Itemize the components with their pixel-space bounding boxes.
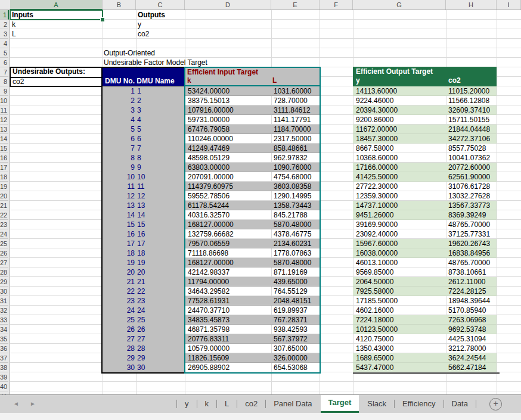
dmu-name-cell[interactable]: 27	[137, 334, 145, 344]
L-target-cell[interactable]: 5870.48000	[274, 220, 311, 229]
row-header-23[interactable]: 23	[0, 220, 8, 229]
row-header-29[interactable]: 29	[0, 277, 8, 287]
row-header-6[interactable]: 6	[0, 58, 8, 67]
row-header-17[interactable]: 17	[0, 163, 8, 172]
y-target-cell[interactable]: 16038.00000	[356, 248, 398, 258]
dmu-no-cell[interactable]: 4	[103, 115, 135, 125]
row-header-39[interactable]: 39	[0, 372, 8, 382]
row-header-15[interactable]: 15	[0, 144, 8, 153]
y-target-cell[interactable]: 9569.85000	[356, 267, 393, 277]
L-target-cell[interactable]: 1031.60000	[274, 86, 311, 96]
dmu-no-cell[interactable]: 30	[103, 363, 135, 372]
row-header-18[interactable]: 18	[0, 172, 8, 182]
co2-target-cell[interactable]: 5662.47184	[448, 363, 486, 372]
L-target-cell[interactable]: 307.65000	[274, 344, 308, 353]
k-target-cell[interactable]: 77528.61931	[188, 296, 230, 306]
y-target-cell[interactable]: 12359.30000	[356, 191, 398, 201]
row-header-37[interactable]: 37	[0, 353, 8, 363]
L-target-cell[interactable]: 3603.08358	[274, 182, 311, 191]
L-target-cell[interactable]: 2317.50000	[274, 134, 311, 144]
L-target-cell[interactable]: 871.19169	[274, 267, 308, 277]
row-header-34[interactable]: 34	[0, 325, 8, 334]
dmu-no-cell[interactable]: 24	[103, 306, 135, 315]
sheet-tab-efficiency[interactable]: Efficiency	[395, 395, 443, 413]
dmu-name-cell[interactable]: 26	[137, 325, 145, 334]
row-header-40[interactable]: 40	[0, 382, 8, 391]
y-target-cell[interactable]: 1689.65000	[356, 353, 393, 363]
input-col-L-header[interactable]: L	[272, 76, 277, 85]
co2-target-cell[interactable]: 3212.78000	[448, 344, 486, 353]
dmu-no-cell[interactable]: 3	[103, 105, 135, 115]
dmu-name-cell[interactable]: 6	[137, 134, 141, 144]
dmu-no-cell[interactable]: 23	[103, 296, 135, 306]
k-target-cell[interactable]: 114379.60975	[188, 182, 233, 191]
cell-inputs-title[interactable]: Inputs	[12, 10, 33, 20]
y-target-cell[interactable]: 7224.18000	[356, 315, 393, 325]
y-target-cell[interactable]: 15967.60000	[356, 239, 398, 248]
dmu-no-cell[interactable]: 7	[103, 144, 135, 153]
dmu-no-cell[interactable]: 10	[103, 172, 135, 182]
y-target-cell[interactable]: 9200.86000	[356, 115, 393, 125]
k-target-cell[interactable]: 46871.35798	[188, 325, 230, 334]
prev-sheet-icon[interactable]: ◄	[13, 395, 19, 413]
dmu-no-cell[interactable]: 2	[103, 96, 135, 105]
y-target-cell[interactable]: 10123.50000	[356, 325, 398, 334]
row-header-7[interactable]: 7	[0, 67, 8, 77]
y-target-cell[interactable]: 17166.00000	[356, 163, 398, 172]
L-target-cell[interactable]: 1184.70000	[274, 125, 311, 134]
dmu-no-cell[interactable]: 25	[103, 315, 135, 325]
row-header-31[interactable]: 31	[0, 296, 8, 306]
row-header-16[interactable]: 16	[0, 153, 8, 163]
co2-target-cell[interactable]: 8369.39249	[448, 210, 486, 220]
column-header-G[interactable]: G	[353, 0, 446, 10]
y-target-cell[interactable]: 9224.46000	[356, 96, 393, 105]
row-header-12[interactable]: 12	[0, 115, 8, 125]
co2-target-cell[interactable]: 16838.84956	[448, 248, 490, 258]
dmu-no-cell[interactable]: 11	[103, 182, 135, 191]
co2-target-cell[interactable]: 37125.77331	[448, 229, 490, 239]
dmu-name-cell[interactable]: 3	[137, 105, 141, 115]
dmu-no-cell[interactable]: 27	[103, 334, 135, 344]
row-header-5[interactable]: 5	[0, 48, 8, 58]
dmu-name-cell[interactable]: 29	[137, 353, 145, 363]
y-target-cell[interactable]: 9451.26000	[356, 210, 393, 220]
column-header-A[interactable]: A	[10, 0, 103, 10]
co2-target-cell[interactable]: 2612.11000	[448, 277, 486, 287]
L-target-cell[interactable]: 1290.14995	[274, 191, 311, 201]
y-target-cell[interactable]: 4120.75000	[356, 334, 393, 344]
L-target-cell[interactable]: 567.37972	[274, 334, 308, 344]
row-header-10[interactable]: 10	[0, 96, 8, 105]
next-sheet-icon[interactable]: ►	[30, 395, 36, 413]
k-target-cell[interactable]: 132759.66682	[188, 229, 234, 239]
co2-target-cell[interactable]: 15711.50155	[448, 115, 489, 125]
y-target-cell[interactable]: 8667.58000	[356, 144, 393, 153]
dmu-header-label[interactable]: DMU No. DMU Name	[105, 77, 175, 85]
row-header-8[interactable]: 8	[0, 77, 8, 86]
L-target-cell[interactable]: 3111.84612	[274, 105, 311, 115]
dmu-no-cell[interactable]: 16	[103, 229, 135, 239]
efficient-output-target-title[interactable]: Efficient Output Target	[356, 67, 433, 76]
sheet-tab-l[interactable]: L	[217, 395, 237, 413]
k-target-cell[interactable]: 110246.00000	[188, 134, 233, 144]
co2-target-cell[interactable]: 11015.20000	[448, 86, 489, 96]
k-target-cell[interactable]: 207091.00000	[188, 172, 234, 182]
L-target-cell[interactable]: 767.28371	[274, 315, 308, 325]
sheet-tab-data[interactable]: Data	[444, 395, 476, 413]
dmu-name-cell[interactable]: 10	[137, 172, 145, 182]
cell-output-co2[interactable]: co2	[138, 29, 149, 39]
dmu-name-cell[interactable]: 30	[137, 363, 145, 372]
column-header-C[interactable]: C	[136, 0, 185, 10]
row-header-28[interactable]: 28	[0, 267, 8, 277]
dmu-no-cell[interactable]: 5	[103, 125, 135, 134]
y-target-cell[interactable]: 7925.58000	[356, 287, 393, 296]
k-target-cell[interactable]: 63803.00000	[188, 163, 230, 172]
co2-target-cell[interactable]: 5170.85940	[448, 306, 486, 315]
output-col-y-header[interactable]: y	[356, 76, 360, 85]
co2-target-cell[interactable]: 13567.33773	[448, 201, 490, 210]
y-target-cell[interactable]: 11672.00000	[356, 125, 397, 134]
L-target-cell[interactable]: 1778.07863	[274, 248, 311, 258]
dmu-no-cell[interactable]: 19	[103, 258, 135, 267]
k-target-cell[interactable]: 10579.00000	[188, 344, 230, 353]
L-target-cell[interactable]: 728.70000	[274, 96, 308, 105]
k-target-cell[interactable]: 107916.00000	[188, 105, 234, 115]
